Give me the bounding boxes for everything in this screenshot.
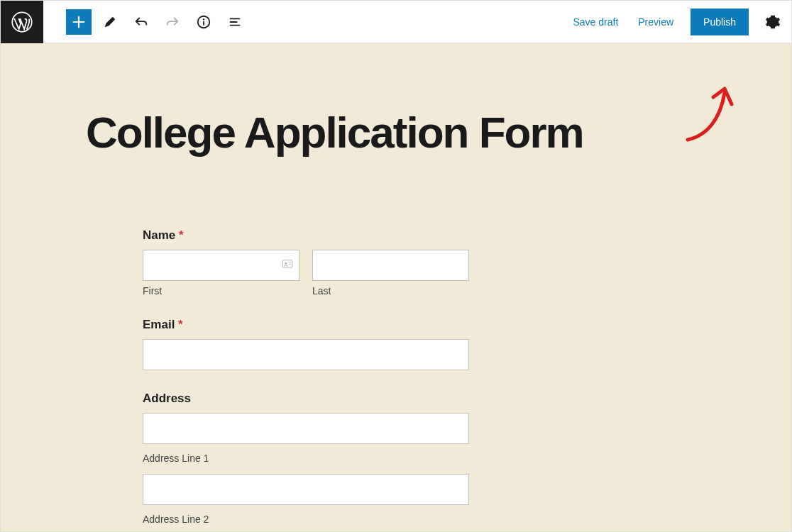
address-line2-sublabel: Address Line 2 [143, 514, 469, 525]
undo-icon [133, 14, 149, 30]
first-name-input[interactable] [143, 250, 299, 281]
settings-button[interactable] [760, 9, 786, 35]
email-label: Email * [143, 318, 469, 332]
email-input[interactable] [143, 339, 469, 370]
address-line1-sublabel: Address Line 1 [143, 453, 469, 464]
publish-button[interactable]: Publish [691, 9, 749, 35]
pencil-icon [102, 14, 118, 30]
wordpress-logo[interactable] [1, 1, 43, 43]
svg-rect-3 [203, 21, 204, 26]
svg-point-5 [285, 262, 287, 265]
editor-canvas: College Application Form Name * First [1, 43, 791, 531]
wordpress-icon [11, 11, 33, 33]
svg-point-2 [203, 18, 204, 20]
outline-icon [227, 14, 243, 30]
email-label-text: Email [143, 318, 175, 331]
name-label: Name * [143, 228, 469, 243]
required-indicator: * [179, 228, 184, 242]
name-field-group: Name * First Last [143, 228, 469, 297]
undo-button[interactable] [128, 9, 154, 35]
contact-card-icon [281, 257, 294, 273]
redo-button[interactable] [160, 9, 185, 35]
info-icon [196, 14, 211, 30]
name-label-text: Name [143, 228, 175, 242]
editor-toolbar: Save draft Preview Publish [1, 1, 791, 43]
address-line1-input[interactable] [143, 413, 469, 444]
email-field-group: Email * [143, 318, 469, 370]
gear-icon [765, 14, 781, 30]
last-name-input[interactable] [312, 250, 469, 281]
edit-mode-button[interactable] [97, 9, 123, 35]
address-line2-input[interactable] [143, 474, 469, 505]
outline-button[interactable] [222, 9, 248, 35]
required-indicator: * [178, 318, 183, 331]
last-name-sublabel: Last [312, 285, 469, 297]
preview-link[interactable]: Preview [628, 9, 683, 35]
add-block-button[interactable] [66, 9, 92, 35]
info-button[interactable] [191, 9, 216, 35]
redo-icon [165, 14, 180, 30]
plus-icon [71, 14, 87, 30]
form-block: Name * First Last [143, 228, 469, 525]
save-draft-link[interactable]: Save draft [563, 9, 628, 35]
address-label: Address [143, 392, 469, 406]
first-name-sublabel: First [143, 285, 299, 297]
address-field-group: Address Address Line 1 Address Line 2 [143, 392, 469, 525]
page-title[interactable]: College Application Form [86, 107, 791, 157]
